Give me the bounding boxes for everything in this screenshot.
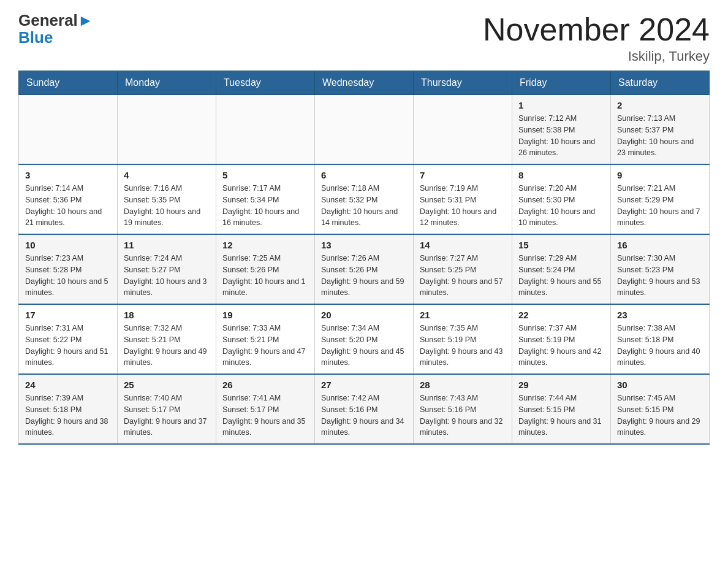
- header-friday: Friday: [512, 71, 611, 95]
- day-info: Sunrise: 7:41 AMSunset: 5:17 PMDaylight:…: [222, 393, 308, 439]
- day-number: 28: [420, 380, 506, 390]
- month-title: November 2024: [483, 12, 710, 47]
- calendar-cell: 28Sunrise: 7:43 AMSunset: 5:16 PMDayligh…: [414, 374, 512, 444]
- day-info: Sunrise: 7:29 AMSunset: 5:24 PMDaylight:…: [518, 253, 604, 299]
- day-number: 5: [222, 170, 308, 180]
- day-info: Sunrise: 7:34 AMSunset: 5:20 PMDaylight:…: [321, 323, 407, 369]
- header-thursday: Thursday: [414, 71, 512, 95]
- day-number: 24: [25, 380, 111, 390]
- calendar-cell: 18Sunrise: 7:32 AMSunset: 5:21 PMDayligh…: [118, 304, 216, 374]
- day-info: Sunrise: 7:38 AMSunset: 5:18 PMDaylight:…: [617, 323, 703, 369]
- calendar-header-row: SundayMondayTuesdayWednesdayThursdayFrid…: [19, 71, 710, 95]
- day-number: 4: [124, 170, 210, 180]
- day-number: 1: [518, 100, 604, 110]
- calendar-cell: 11Sunrise: 7:24 AMSunset: 5:27 PMDayligh…: [118, 234, 216, 304]
- day-info: Sunrise: 7:16 AMSunset: 5:35 PMDaylight:…: [124, 183, 210, 229]
- calendar-cell: 23Sunrise: 7:38 AMSunset: 5:18 PMDayligh…: [611, 304, 710, 374]
- day-number: 30: [617, 380, 703, 390]
- header-saturday: Saturday: [611, 71, 710, 95]
- day-info: Sunrise: 7:40 AMSunset: 5:17 PMDaylight:…: [124, 393, 210, 439]
- week-row-0: 1Sunrise: 7:12 AMSunset: 5:38 PMDaylight…: [19, 95, 710, 165]
- day-info: Sunrise: 7:31 AMSunset: 5:22 PMDaylight:…: [25, 323, 111, 369]
- header-sunday: Sunday: [19, 71, 118, 95]
- calendar-cell: [216, 95, 315, 165]
- day-number: 18: [124, 310, 210, 320]
- calendar-cell: 7Sunrise: 7:19 AMSunset: 5:31 PMDaylight…: [414, 164, 512, 234]
- header-wednesday: Wednesday: [315, 71, 414, 95]
- day-number: 9: [617, 170, 703, 180]
- day-number: 8: [518, 170, 604, 180]
- calendar-cell: 15Sunrise: 7:29 AMSunset: 5:24 PMDayligh…: [512, 234, 611, 304]
- day-number: 17: [25, 310, 111, 320]
- calendar-cell: [118, 95, 216, 165]
- day-info: Sunrise: 7:39 AMSunset: 5:18 PMDaylight:…: [25, 393, 111, 439]
- day-number: 27: [321, 380, 407, 390]
- day-info: Sunrise: 7:21 AMSunset: 5:29 PMDaylight:…: [617, 183, 703, 229]
- day-number: 19: [222, 310, 308, 320]
- day-info: Sunrise: 7:45 AMSunset: 5:15 PMDaylight:…: [617, 393, 703, 439]
- day-number: 2: [617, 100, 703, 110]
- day-info: Sunrise: 7:30 AMSunset: 5:23 PMDaylight:…: [617, 253, 703, 299]
- day-info: Sunrise: 7:19 AMSunset: 5:31 PMDaylight:…: [420, 183, 506, 229]
- day-number: 22: [518, 310, 604, 320]
- day-info: Sunrise: 7:26 AMSunset: 5:26 PMDaylight:…: [321, 253, 407, 299]
- week-row-3: 17Sunrise: 7:31 AMSunset: 5:22 PMDayligh…: [19, 304, 710, 374]
- day-number: 3: [25, 170, 111, 180]
- calendar-cell: 25Sunrise: 7:40 AMSunset: 5:17 PMDayligh…: [118, 374, 216, 444]
- calendar-cell: 13Sunrise: 7:26 AMSunset: 5:26 PMDayligh…: [315, 234, 414, 304]
- day-number: 20: [321, 310, 407, 320]
- day-info: Sunrise: 7:17 AMSunset: 5:34 PMDaylight:…: [222, 183, 308, 229]
- logo: General► Blue: [18, 12, 94, 47]
- title-block: November 2024 Iskilip, Turkey: [483, 12, 710, 64]
- week-row-1: 3Sunrise: 7:14 AMSunset: 5:36 PMDaylight…: [19, 164, 710, 234]
- calendar-cell: 2Sunrise: 7:13 AMSunset: 5:37 PMDaylight…: [611, 95, 710, 165]
- calendar-cell: 27Sunrise: 7:42 AMSunset: 5:16 PMDayligh…: [315, 374, 414, 444]
- calendar-cell: 9Sunrise: 7:21 AMSunset: 5:29 PMDaylight…: [611, 164, 710, 234]
- day-info: Sunrise: 7:13 AMSunset: 5:37 PMDaylight:…: [617, 113, 703, 159]
- day-info: Sunrise: 7:18 AMSunset: 5:32 PMDaylight:…: [321, 183, 407, 229]
- calendar-cell: 20Sunrise: 7:34 AMSunset: 5:20 PMDayligh…: [315, 304, 414, 374]
- calendar-cell: [19, 95, 118, 165]
- calendar-cell: 30Sunrise: 7:45 AMSunset: 5:15 PMDayligh…: [611, 374, 710, 444]
- day-number: 11: [124, 240, 210, 250]
- day-info: Sunrise: 7:44 AMSunset: 5:15 PMDaylight:…: [518, 393, 604, 439]
- day-info: Sunrise: 7:24 AMSunset: 5:27 PMDaylight:…: [124, 253, 210, 299]
- logo-general-text: General►: [18, 12, 94, 28]
- day-number: 7: [420, 170, 506, 180]
- calendar-cell: 10Sunrise: 7:23 AMSunset: 5:28 PMDayligh…: [19, 234, 118, 304]
- calendar-cell: 21Sunrise: 7:35 AMSunset: 5:19 PMDayligh…: [414, 304, 512, 374]
- day-info: Sunrise: 7:42 AMSunset: 5:16 PMDaylight:…: [321, 393, 407, 439]
- day-number: 15: [518, 240, 604, 250]
- day-number: 14: [420, 240, 506, 250]
- calendar-cell: 26Sunrise: 7:41 AMSunset: 5:17 PMDayligh…: [216, 374, 315, 444]
- day-info: Sunrise: 7:14 AMSunset: 5:36 PMDaylight:…: [25, 183, 111, 229]
- calendar-cell: 17Sunrise: 7:31 AMSunset: 5:22 PMDayligh…: [19, 304, 118, 374]
- day-number: 26: [222, 380, 308, 390]
- day-info: Sunrise: 7:12 AMSunset: 5:38 PMDaylight:…: [518, 113, 604, 159]
- week-row-2: 10Sunrise: 7:23 AMSunset: 5:28 PMDayligh…: [19, 234, 710, 304]
- header-tuesday: Tuesday: [216, 71, 315, 95]
- day-info: Sunrise: 7:23 AMSunset: 5:28 PMDaylight:…: [25, 253, 111, 299]
- day-number: 12: [222, 240, 308, 250]
- day-number: 25: [124, 380, 210, 390]
- day-number: 23: [617, 310, 703, 320]
- day-info: Sunrise: 7:37 AMSunset: 5:19 PMDaylight:…: [518, 323, 604, 369]
- day-number: 21: [420, 310, 506, 320]
- calendar-cell: 6Sunrise: 7:18 AMSunset: 5:32 PMDaylight…: [315, 164, 414, 234]
- logo-blue-text: Blue: [18, 28, 53, 47]
- day-info: Sunrise: 7:27 AMSunset: 5:25 PMDaylight:…: [420, 253, 506, 299]
- calendar-cell: 16Sunrise: 7:30 AMSunset: 5:23 PMDayligh…: [611, 234, 710, 304]
- day-info: Sunrise: 7:25 AMSunset: 5:26 PMDaylight:…: [222, 253, 308, 299]
- calendar-cell: 22Sunrise: 7:37 AMSunset: 5:19 PMDayligh…: [512, 304, 611, 374]
- calendar-cell: 19Sunrise: 7:33 AMSunset: 5:21 PMDayligh…: [216, 304, 315, 374]
- day-info: Sunrise: 7:20 AMSunset: 5:30 PMDaylight:…: [518, 183, 604, 229]
- calendar-cell: 3Sunrise: 7:14 AMSunset: 5:36 PMDaylight…: [19, 164, 118, 234]
- day-info: Sunrise: 7:35 AMSunset: 5:19 PMDaylight:…: [420, 323, 506, 369]
- calendar-cell: 8Sunrise: 7:20 AMSunset: 5:30 PMDaylight…: [512, 164, 611, 234]
- calendar-cell: 12Sunrise: 7:25 AMSunset: 5:26 PMDayligh…: [216, 234, 315, 304]
- location-subtitle: Iskilip, Turkey: [483, 48, 710, 64]
- calendar-cell: 1Sunrise: 7:12 AMSunset: 5:38 PMDaylight…: [512, 95, 611, 165]
- logo-arrow-icon: ►: [78, 11, 94, 29]
- calendar-cell: 4Sunrise: 7:16 AMSunset: 5:35 PMDaylight…: [118, 164, 216, 234]
- day-number: 13: [321, 240, 407, 250]
